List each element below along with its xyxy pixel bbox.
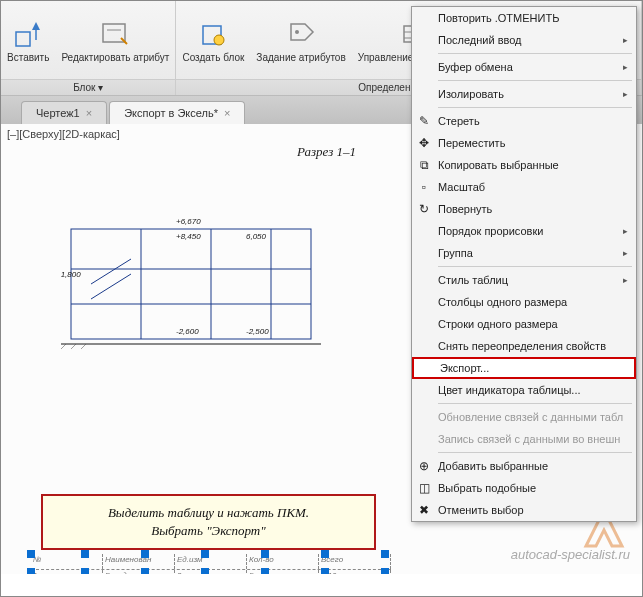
ctx-move[interactable]: ✥Переместить [412,132,636,154]
ctx-write-links: Запись связей с данными во внешн [412,428,636,450]
erase-icon: ✎ [416,113,432,129]
ctx-select-similar[interactable]: ◫Выбрать подобные [412,477,636,499]
create-block-icon [197,18,229,50]
svg-text:+1,800: +1,800 [61,270,81,279]
selected-table[interactable]: №НаименованЕд.измКол-воВсего 1Городская2… [31,554,391,574]
move-icon: ✥ [416,135,432,151]
tab-export[interactable]: Экспорт в Эксель*× [109,101,245,124]
ctx-group[interactable]: Группа [412,242,636,264]
close-icon[interactable]: × [86,107,92,119]
ctx-repeat[interactable]: Повторить .ОТМЕНИТЬ [412,7,636,29]
ctx-rotate[interactable]: ↻Повернуть [412,198,636,220]
svg-point-6 [295,30,299,34]
ribbon-group-label[interactable]: Блок ▾ [1,79,175,95]
svg-point-5 [214,35,224,45]
ctx-table-style[interactable]: Стиль таблиц [412,269,636,291]
deselect-icon: ✖ [416,502,432,518]
select-similar-icon: ◫ [416,480,432,496]
ctx-clipboard[interactable]: Буфер обмена [412,56,636,78]
tag-icon [285,18,317,50]
building-section: +1,800 +6,670 +8,450 -2,600 -2,500 6,050 [61,169,321,349]
svg-line-19 [61,344,66,349]
ctx-cols-equal[interactable]: Столбцы одного размера [412,291,636,313]
ctx-last-input[interactable]: Последний ввод [412,29,636,51]
add-icon: ⊕ [416,458,432,474]
edit-attr-button[interactable]: Редактировать атрибут [55,1,175,79]
instruction-callout: Выделить таблицу и нажать ПКМ. Выбрать "… [41,494,376,550]
ctx-copy-selected[interactable]: ⧉Копировать выбранные [412,154,636,176]
ctx-update-links: Обновление связей с данными табл [412,406,636,428]
svg-text:-2,500: -2,500 [246,327,269,336]
ctx-remove-overrides[interactable]: Снять переопределения свойств [412,335,636,357]
close-icon[interactable]: × [224,107,230,119]
create-block-button[interactable]: Создать блок [176,1,250,79]
edit-attr-icon [99,18,131,50]
copy-icon: ⧉ [416,157,432,173]
set-attrs-button[interactable]: Задание атрибутов [250,1,351,79]
ctx-draw-order[interactable]: Порядок прорисовки [412,220,636,242]
ctx-add-selected[interactable]: ⊕Добавить выбранные [412,455,636,477]
insert-button[interactable]: Вставить [1,1,55,79]
ctx-export[interactable]: Экспорт... [412,357,636,379]
ctx-deselect[interactable]: ✖Отменить выбор [412,499,636,521]
ctx-erase[interactable]: ✎Стереть [412,110,636,132]
scale-icon: ▫ [416,179,432,195]
rotate-icon: ↻ [416,201,432,217]
svg-text:6,050: 6,050 [246,232,267,241]
tab-drawing1[interactable]: Чертеж1× [21,101,107,124]
svg-rect-0 [16,32,30,46]
svg-line-21 [81,344,86,349]
watermark-text: autocad-specialist.ru [511,547,630,562]
svg-text:+6,670: +6,670 [176,217,201,226]
ctx-isolate[interactable]: Изолировать [412,83,636,105]
svg-text:-2,600: -2,600 [176,327,199,336]
svg-rect-11 [71,229,311,339]
svg-text:+8,450: +8,450 [176,232,201,241]
ctx-indicator-color[interactable]: Цвет индикатора таблицы... [412,379,636,401]
insert-icon [12,18,44,50]
ctx-scale[interactable]: ▫Масштаб [412,176,636,198]
ctx-rows-equal[interactable]: Строки одного размера [412,313,636,335]
svg-line-20 [71,344,76,349]
context-menu: Повторить .ОТМЕНИТЬ Последний ввод Буфер… [411,6,637,522]
